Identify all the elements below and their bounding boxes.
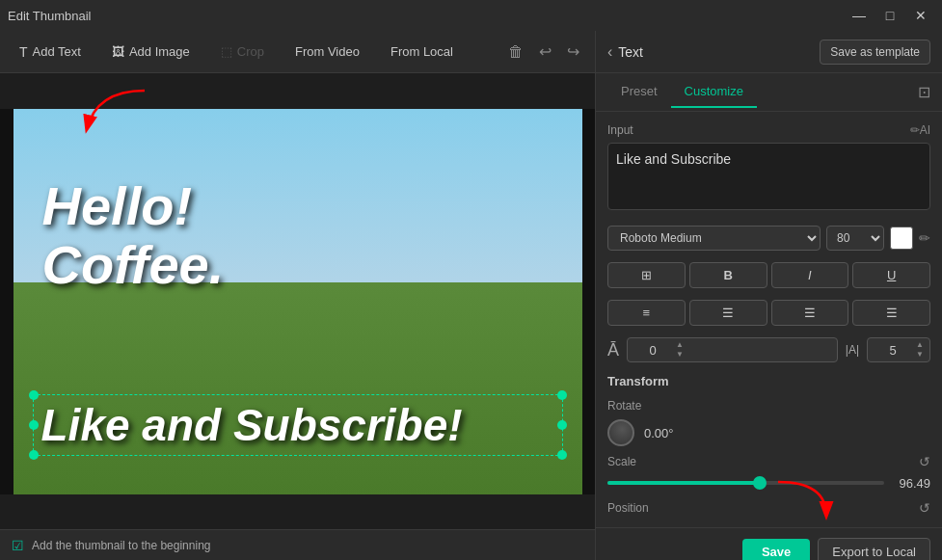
bold-icon: B <box>723 268 732 282</box>
undo-button[interactable]: ↩ <box>535 39 555 65</box>
canvas-image: Hello!Coffee. Like and Subscribe! <box>13 109 582 494</box>
tab-preset[interactable]: Preset <box>607 76 671 108</box>
bottom-bar: ☑ Add the thumbnail to the beginning <box>0 529 595 560</box>
window-title: Edit Thumbnail <box>8 9 91 23</box>
from-video-button[interactable]: From Video <box>287 40 367 63</box>
rotate-dial[interactable] <box>607 419 634 446</box>
back-button[interactable]: ‹ <box>607 43 612 61</box>
letter-spacing-up[interactable]: ▲ <box>676 340 684 350</box>
tabs: Preset Customize <box>607 76 757 108</box>
eyedropper-button[interactable]: ✏ <box>919 230 930 246</box>
align-center-icon: ☰ <box>722 306 734 320</box>
font-size-select[interactable]: 80 <box>826 226 884 251</box>
scale-label: Scale <box>607 455 636 468</box>
add-text-label: Add Text <box>33 44 81 59</box>
align-justify-button[interactable]: ☰ <box>852 300 930 326</box>
number-row: Ā ▲ ▼ |A| ▲ ▼ <box>607 337 930 362</box>
position-row: Position ↺ <box>607 500 930 516</box>
word-spacing-down[interactable]: ▼ <box>916 350 924 360</box>
text-icon: T <box>19 44 28 60</box>
align-right-icon: ☰ <box>804 306 816 320</box>
right-content: Input ✏AI Roboto Medium 80 ✏ ⊞ <box>596 112 942 527</box>
crop-icon: ⬚ <box>221 44 232 59</box>
right-header: ‹ Text Save as template <box>596 31 942 73</box>
text-input[interactable] <box>607 143 930 210</box>
right-bottom: Save Export to Local <box>596 527 942 560</box>
columns-icon: ⊞ <box>641 268 652 282</box>
delete-button[interactable]: 🗑 <box>504 40 527 65</box>
handle-bottom-left[interactable] <box>29 450 39 460</box>
underline-icon: U <box>887 268 896 282</box>
scale-reset-button[interactable]: ↺ <box>919 454 930 469</box>
scale-slider[interactable] <box>607 473 884 493</box>
toolbar: T Add Text 🖼 Add Image ⬚ Crop From Video… <box>0 31 595 73</box>
from-video-label: From Video <box>295 44 360 59</box>
letter-spacing-spinner: ▲ ▼ <box>676 340 684 360</box>
add-text-button[interactable]: T Add Text <box>12 40 89 64</box>
input-section: Input ✏AI <box>607 123 930 214</box>
canvas-wrapper: Hello!Coffee. Like and Subscribe! <box>0 73 595 529</box>
position-reset-button[interactable]: ↺ <box>919 500 930 516</box>
tab-customize[interactable]: Customize <box>671 76 757 108</box>
image-icon: 🖼 <box>112 44 124 59</box>
handle-bottom-right[interactable] <box>557 450 567 460</box>
align-justify-icon: ☰ <box>886 306 898 320</box>
word-spacing-icon: |A| <box>846 343 859 357</box>
export-button[interactable]: Export to Local <box>818 538 930 560</box>
align-right-button[interactable]: ☰ <box>771 300 849 326</box>
subscribe-text[interactable]: Like and Subscribe! <box>33 394 563 456</box>
color-picker[interactable] <box>890 227 913 250</box>
subscribe-text-content: Like and Subscribe! <box>41 400 463 450</box>
tabs-row: Preset Customize ⊡ <box>596 73 942 112</box>
left-panel: T Add Text 🖼 Add Image ⬚ Crop From Video… <box>0 31 595 560</box>
panel-title: Text <box>618 44 643 60</box>
canvas-area[interactable]: Hello!Coffee. Like and Subscribe! <box>0 109 595 494</box>
font-family-select[interactable]: Roboto Medium <box>607 226 821 251</box>
format-columns-button[interactable]: ⊞ <box>607 262 686 288</box>
save-button[interactable]: Save <box>742 539 810 560</box>
letter-spacing-icon: Ā <box>607 340 619 360</box>
letter-spacing-input-wrap: ▲ ▼ <box>627 337 838 362</box>
input-label: Input <box>607 123 633 137</box>
slider-fill <box>607 481 760 485</box>
handle-top-left[interactable] <box>29 390 39 400</box>
close-button[interactable]: ✕ <box>907 6 934 25</box>
rotate-row: 0.00° <box>607 419 930 446</box>
font-row: Roboto Medium 80 ✏ <box>607 226 930 251</box>
align-left-button[interactable]: ≡ <box>607 300 686 326</box>
word-spacing-up[interactable]: ▲ <box>916 340 924 350</box>
word-spacing-input[interactable] <box>874 343 912 358</box>
checkbox-checked-icon: ☑ <box>12 538 24 553</box>
crop-label: Crop <box>237 44 264 59</box>
chevron-left-icon: ‹ <box>607 43 612 60</box>
add-image-label: Add Image <box>129 44 190 59</box>
handle-mid-left[interactable] <box>29 420 39 430</box>
underline-button[interactable]: U <box>852 262 930 288</box>
word-spacing-spinner: ▲ ▼ <box>916 340 924 360</box>
maximize-button[interactable]: □ <box>876 6 903 25</box>
format-buttons-grid: ⊞ B I U <box>607 262 930 288</box>
crop-button[interactable]: ⬚ Crop <box>213 40 272 63</box>
save-as-template-button[interactable]: Save as template <box>820 40 930 65</box>
from-local-button[interactable]: From Local <box>383 40 461 63</box>
handle-top-right[interactable] <box>557 390 567 400</box>
toolbar-right: 🗑 ↩ ↪ <box>504 39 583 65</box>
word-spacing-input-wrap: ▲ ▼ <box>867 337 930 362</box>
from-local-label: From Local <box>390 44 453 59</box>
align-center-button[interactable]: ☰ <box>689 300 767 326</box>
italic-icon: I <box>808 268 812 282</box>
transform-title: Transform <box>607 374 930 388</box>
save-icon[interactable]: ⊡ <box>918 83 930 101</box>
add-image-button[interactable]: 🖼 Add Image <box>104 40 198 63</box>
letter-spacing-input[interactable] <box>633 343 672 358</box>
letter-spacing-down[interactable]: ▼ <box>676 350 684 360</box>
italic-button[interactable]: I <box>771 262 849 288</box>
input-section-label: Input ✏AI <box>607 123 930 137</box>
minimize-button[interactable]: — <box>846 6 873 25</box>
redo-button[interactable]: ↪ <box>563 39 583 65</box>
scale-row: 96.49 <box>607 473 930 493</box>
bold-button[interactable]: B <box>689 262 767 288</box>
handle-mid-right[interactable] <box>557 420 567 430</box>
slider-thumb[interactable] <box>753 476 767 490</box>
transform-section: Transform Rotate 0.00° Scale ↺ <box>607 374 930 516</box>
